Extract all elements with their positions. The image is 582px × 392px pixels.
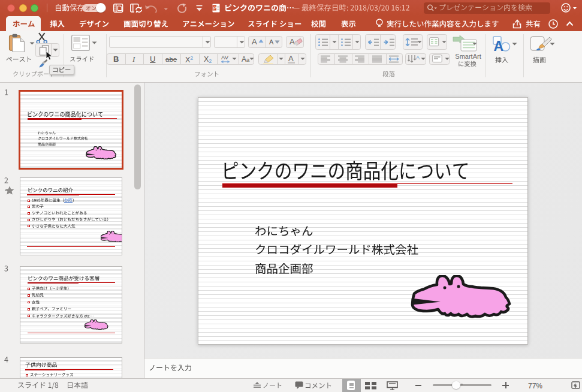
svg-text:P: P [213, 5, 217, 11]
svg-text:A: A [416, 55, 420, 61]
svg-text:A: A [494, 38, 504, 53]
